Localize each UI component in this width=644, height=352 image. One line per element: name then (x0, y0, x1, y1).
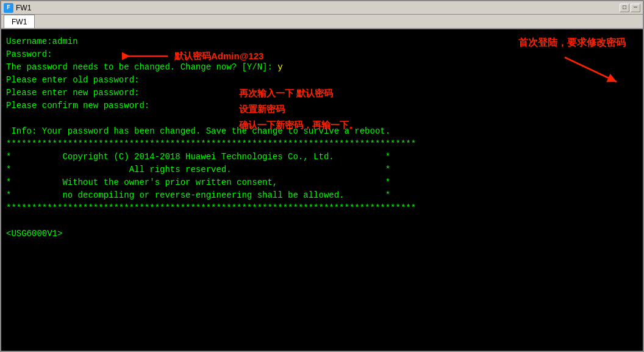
stars-line-1: ****************************************… (6, 138, 638, 151)
annotation-first-login: 首次登陆，要求修改密码 (518, 35, 626, 50)
arrow-default-password (122, 49, 171, 63)
nodecomp-line: * no decompiling or reverse-engineering … (6, 189, 638, 202)
copyright-line: * Copyright (C) 2014-2018 Huawei Technol… (6, 151, 638, 163)
terminal: Username:admin Password: The password ne… (1, 29, 643, 351)
annotation-reenter: 再次输入一下 默认密码 (239, 87, 333, 101)
minimize-button[interactable]: ─ (631, 4, 640, 12)
blank-line-2 (6, 215, 638, 228)
stars-line-2: ****************************************… (6, 202, 638, 215)
reenter-label: 再次输入一下 默认密码 (239, 88, 333, 98)
confirm-label: 确认一下新密码，再输一下。 (239, 120, 358, 130)
confirm-password-line: Please confirm new password: (6, 99, 638, 112)
old-password-line: Please enter old password: (6, 74, 638, 87)
tab-fw1[interactable]: FW1 (4, 15, 35, 28)
annotation-confirm: 确认一下新密码，再输一下。 (239, 118, 358, 132)
without-line: * Without the owner's prior written cons… (6, 176, 638, 189)
set-new-label: 设置新密码 (239, 104, 285, 114)
default-password-label: 默认密码Admin@123 (174, 49, 263, 63)
annotation-set-new: 设置新密码 (239, 102, 285, 117)
window-frame: F FW1 □ ─ FW1 Username:admin Password: T… (0, 0, 644, 352)
window-title: FW1 (16, 4, 617, 12)
rights-line: * All rights reserved. * (6, 163, 638, 176)
change-prompt-line: The password needs to be changed. Change… (6, 61, 638, 74)
password-line: Password: (6, 48, 638, 61)
answer-y: y (277, 62, 282, 72)
title-bar: F FW1 □ ─ (1, 1, 643, 15)
title-bar-buttons: □ ─ (620, 4, 640, 12)
restore-button[interactable]: □ (620, 4, 629, 12)
terminal-content: Username:admin Password: The password ne… (6, 35, 638, 240)
window-icon: F (4, 3, 13, 13)
annotation-default-password: 默认密码Admin@123 (122, 49, 263, 63)
prompt-line: <USG6000V1> (6, 228, 638, 240)
tab-bar: FW1 (1, 15, 643, 29)
